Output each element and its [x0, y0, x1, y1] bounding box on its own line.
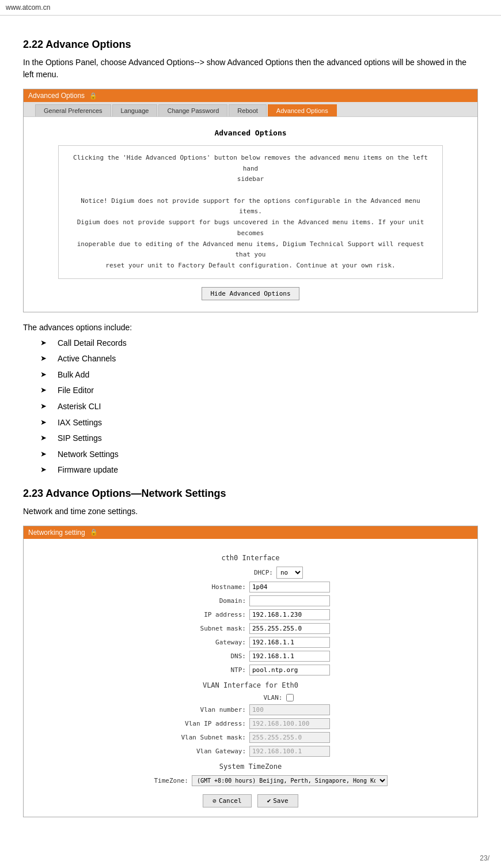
page-header: www.atcom.cn [0, 0, 501, 16]
bullet-arrow-6: ➤ [40, 417, 52, 428]
advances-options-list: ➤ Call Detail Records ➤ Active Channels … [23, 338, 478, 476]
list-item-asterisk-cli: ➤ Asterisk CLI [23, 401, 478, 413]
section-22-desc: In the Options Panel, choose Advanced Op… [23, 56, 478, 81]
info-line6: reset your unit to Factory Default confi… [68, 261, 433, 271]
dhcp-select[interactable]: no yes [276, 567, 303, 579]
bullet-arrow-1: ➤ [40, 338, 52, 348]
ntp-row: NTP: [35, 665, 466, 675]
ntp-input[interactable] [249, 665, 330, 675]
networking-setting-ui-box: Networking setting 🔒 cth0 Interface DHCP… [23, 526, 478, 817]
save-button[interactable]: ✔ Save [257, 794, 298, 807]
cancel-icon: ⊘ [212, 797, 217, 805]
list-item-label: Asterisk CLI [58, 401, 101, 413]
ip-label: IP address: [171, 611, 246, 618]
tab-general-preferences[interactable]: General Preferences [35, 104, 111, 116]
bullet-arrow-5: ➤ [40, 401, 52, 412]
info-line3: Notice! Digium does not provide support … [68, 196, 433, 217]
subnet-row: Subnet mask: [35, 623, 466, 634]
vlan-gateway-input[interactable] [249, 746, 330, 757]
lock-icon: 🔒 [89, 92, 97, 100]
bullet-arrow-7: ➤ [40, 433, 52, 443]
tab-language[interactable]: Language [112, 104, 158, 116]
vlan-number-input[interactable] [249, 704, 330, 715]
list-item-firmware-update: ➤ Firmware update [23, 465, 478, 476]
domain-input[interactable] [249, 595, 330, 606]
list-item-iax-settings: ➤ IAX Settings [23, 417, 478, 429]
list-item-active-channels: ➤ Active Channels [23, 353, 478, 365]
network-ui-title-bar: Networking setting 🔒 [24, 526, 477, 539]
list-item-label: SIP Settings [58, 433, 102, 444]
gateway-label: Gateway: [171, 639, 246, 646]
subnet-input[interactable] [249, 623, 330, 634]
list-item-label: Active Channels [58, 353, 116, 365]
timezone-label: TimeZone: [113, 777, 188, 784]
dns-input[interactable] [249, 651, 330, 662]
ip-input[interactable] [249, 609, 330, 620]
list-item-network-settings: ➤ Network Settings [23, 449, 478, 461]
list-item-file-editor: ➤ File Editor [23, 385, 478, 397]
tab-advanced-options[interactable]: Advanced Options [268, 104, 337, 116]
advanced-options-ui-box: Advanced Options 🔒 General Preferences L… [23, 89, 478, 312]
vlan-subnet-input[interactable] [249, 732, 330, 743]
ui-title-label: Advanced Options [28, 92, 85, 100]
info-line5: inoperable due to editing of the Advance… [68, 239, 433, 261]
network-ui-title-label: Networking setting [28, 529, 85, 537]
info-line1: Clicking the 'Hide Advanced Options' but… [68, 153, 433, 174]
bullet-arrow-8: ➤ [40, 449, 52, 459]
form-button-row: ⊘ Cancel ✔ Save [35, 794, 466, 807]
list-item-label: IAX Settings [58, 417, 102, 429]
vlan-ip-row: Vlan IP address: [35, 718, 466, 729]
save-label: Save [273, 797, 289, 805]
dhcp-label: DHCP: [198, 569, 273, 576]
ip-row: IP address: [35, 609, 466, 620]
page-number: 23/ [480, 854, 489, 862]
vlan-number-row: Vlan number: [35, 704, 466, 715]
timezone-select[interactable]: (GMT +8:00 hours) Beijing, Perth, Singap… [192, 775, 388, 786]
vlan-ip-input[interactable] [249, 718, 330, 729]
info-line2: sidebar [68, 174, 433, 185]
section-23-title: 2.23 Advance Options—Network Settings [23, 488, 478, 500]
ui-body: Advanced Options Clicking the 'Hide Adva… [24, 117, 477, 312]
ntp-label: NTP: [171, 666, 246, 674]
gateway-input[interactable] [249, 637, 330, 648]
vlan-checkbox[interactable] [286, 694, 294, 701]
vlan-gateway-label: Vlan Gateway: [171, 748, 246, 755]
list-item-label: Bulk Add [58, 369, 89, 381]
list-item-sip-settings: ➤ SIP Settings [23, 433, 478, 444]
info-line4: Digium does not provide support for bugs… [68, 217, 433, 239]
eth0-section-title: cth0 Interface [35, 554, 466, 562]
bullet-arrow-3: ➤ [40, 369, 52, 380]
tab-change-password[interactable]: Change Password [158, 104, 227, 116]
bullet-arrow-9: ➤ [40, 465, 52, 475]
hostname-label: Hostname: [171, 583, 246, 591]
section-22-title: 2.22 Advance Options [23, 39, 478, 51]
network-lock-icon: 🔒 [90, 529, 98, 536]
save-icon: ✔ [267, 797, 271, 805]
list-item-label: Call Detail Records [58, 338, 127, 349]
vlan-number-label: Vlan number: [171, 706, 246, 714]
vlan-subnet-label: Vlan Subnet mask: [171, 734, 246, 741]
vlan-label: VLAN: [208, 694, 283, 701]
list-item-label: Network Settings [58, 449, 119, 461]
domain-label: Domain: [171, 597, 246, 605]
cancel-button[interactable]: ⊘ Cancel [203, 794, 251, 807]
dns-row: DNS: [35, 651, 466, 662]
list-item-label: File Editor [58, 385, 94, 397]
vlan-ip-label: Vlan IP address: [171, 720, 246, 727]
ui-nav-tabs: General Preferences Language Change Pass… [24, 102, 477, 117]
ui-body-heading: Advanced Options [35, 129, 466, 137]
dhcp-row: DHCP: no yes [35, 567, 466, 579]
hostname-input[interactable] [249, 582, 330, 592]
domain-row: Domain: [35, 595, 466, 606]
section-23-desc: Network and time zone settings. [23, 505, 478, 518]
ui-title-bar: Advanced Options 🔒 [24, 89, 477, 102]
gateway-row: Gateway: [35, 637, 466, 648]
info-box: Clicking the 'Hide Advanced Options' but… [58, 145, 443, 279]
hide-advanced-options-button[interactable]: Hide Advanced Options [202, 287, 299, 300]
bullet-arrow-4: ➤ [40, 385, 52, 395]
bullet-arrow-2: ➤ [40, 353, 52, 364]
advances-options-label: The advances options include: [23, 323, 478, 332]
tab-reboot[interactable]: Reboot [229, 104, 266, 116]
list-item-label: Firmware update [58, 465, 118, 476]
list-item-call-detail-records: ➤ Call Detail Records [23, 338, 478, 349]
